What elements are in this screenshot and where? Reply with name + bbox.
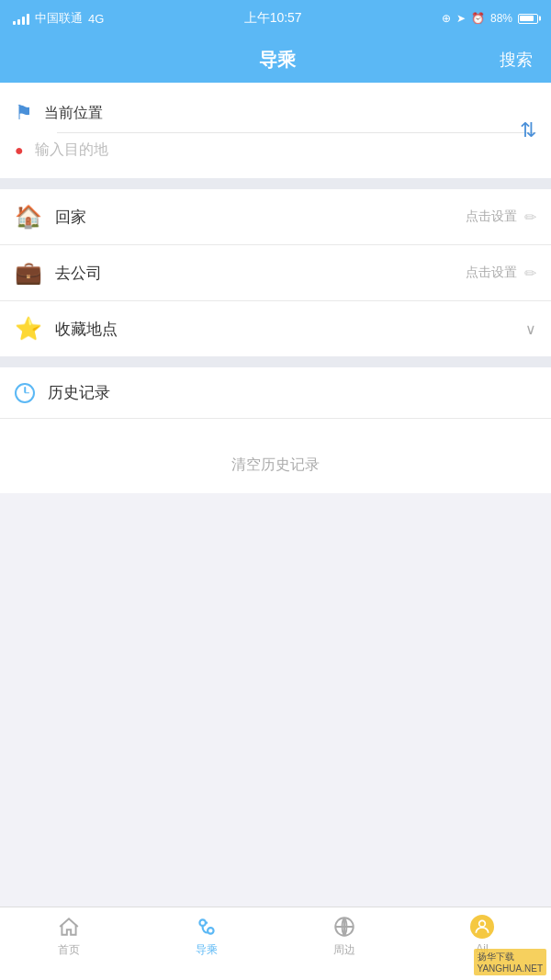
favorites-chevron-icon: ∨ [525, 321, 536, 338]
status-left: 中国联通 4G [13, 10, 104, 27]
destination-input[interactable]: 输入目的地 [35, 141, 536, 160]
tab-home-label: 首页 [58, 942, 80, 958]
home-item[interactable]: 🏠 回家 点击设置 ✏ [0, 189, 551, 245]
gps-icon: ➤ [456, 12, 466, 25]
work-edit-icon[interactable]: ✏ [524, 265, 536, 282]
tab-bar: 首页 导乘 周边 Ail [0, 907, 551, 980]
tab-navigation-label: 导乘 [196, 942, 218, 958]
tab-navigation[interactable]: 导乘 [138, 915, 276, 958]
svg-point-5 [479, 920, 486, 927]
destination-row[interactable]: ● 输入目的地 [15, 135, 536, 165]
battery-icon [518, 14, 538, 24]
history-section: 历史记录 清空历史记录 [0, 367, 551, 493]
nav-bar: 导乘 搜索 [0, 37, 551, 83]
carrier-label: 中国联通 [35, 10, 83, 27]
tab-nearby-label: 周边 [333, 942, 355, 958]
tab-home[interactable]: 首页 [0, 915, 138, 958]
favorites-label: 收藏地点 [55, 319, 525, 340]
nav-title: 导乘 [55, 48, 500, 73]
clear-history-button[interactable]: 清空历史记录 [0, 419, 551, 493]
search-area: ⚑ 当前位置 ● 输入目的地 ⇅ [0, 83, 551, 178]
search-divider [57, 132, 536, 133]
tab-nearby-icon [332, 915, 356, 939]
quick-actions-section: 🏠 回家 点击设置 ✏ 💼 去公司 点击设置 ✏ ⭐ 收藏地点 ∨ [0, 189, 551, 356]
section-divider-1 [0, 178, 551, 189]
work-action-text: 点击设置 [466, 265, 517, 281]
home-edit-icon[interactable]: ✏ [524, 208, 536, 226]
watermark: 扬华下载YANGHUA.NET [474, 949, 547, 975]
favorites-item[interactable]: ⭐ 收藏地点 ∨ [0, 301, 551, 356]
tab-profile-icon [470, 915, 494, 939]
origin-flag-icon: ⚑ [15, 101, 33, 125]
work-icon: 💼 [15, 260, 42, 286]
swap-button[interactable]: ⇅ [520, 118, 536, 142]
history-header: 历史记录 [0, 367, 551, 419]
favorites-star-icon: ⭐ [15, 316, 42, 342]
status-time: 上午10:57 [244, 10, 302, 27]
home-label: 回家 [55, 207, 466, 228]
network-type: 4G [88, 12, 104, 26]
alarm-icon: ⏰ [471, 12, 485, 25]
history-clock-icon [15, 383, 35, 403]
destination-marker-icon: ● [15, 142, 24, 159]
home-action-text: 点击设置 [466, 208, 517, 225]
status-bar: 中国联通 4G 上午10:57 ⊕ ➤ ⏰ 88% [0, 0, 551, 37]
work-label: 去公司 [55, 263, 466, 284]
home-icon: 🏠 [15, 204, 42, 230]
tab-navigation-icon [195, 915, 219, 939]
status-right: ⊕ ➤ ⏰ 88% [442, 12, 538, 25]
search-button[interactable]: 搜索 [500, 49, 533, 71]
origin-text: 当前位置 [44, 104, 536, 123]
work-item[interactable]: 💼 去公司 点击设置 ✏ [0, 245, 551, 301]
tab-home-icon [57, 915, 81, 939]
history-label: 历史记录 [48, 382, 110, 403]
section-divider-2 [0, 356, 551, 367]
signal-icon [13, 12, 29, 25]
location-icon: ⊕ [442, 12, 451, 25]
svg-point-1 [208, 928, 214, 934]
battery-label: 88% [490, 12, 512, 25]
svg-point-0 [199, 919, 206, 926]
tab-nearby[interactable]: 周边 [276, 915, 413, 958]
origin-row[interactable]: ⚑ 当前位置 [15, 96, 536, 130]
